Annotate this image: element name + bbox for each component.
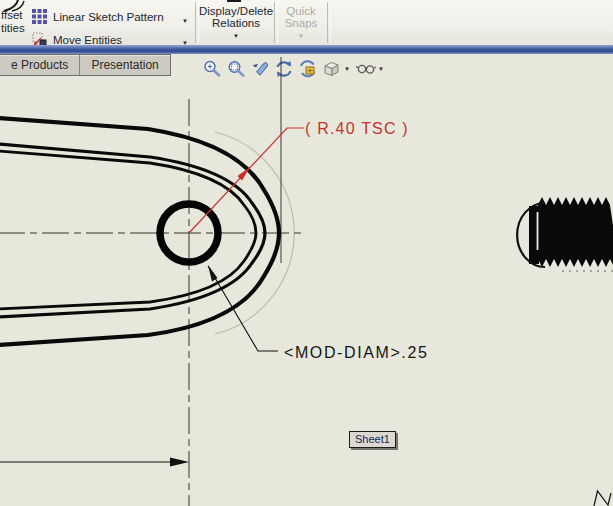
linear-sketch-pattern-button[interactable]: Linear Sketch Pattern — [32, 9, 164, 24]
display-style-icon — [354, 57, 378, 81]
slot-inner-edge[interactable] — [0, 144, 265, 317]
tab-office-products[interactable]: e Products — [0, 55, 80, 75]
display-style-button[interactable]: ▼ — [354, 57, 384, 81]
sketch-toolbar: ffset tities Linear Sketch Pattern ▼ — [0, 0, 613, 45]
diameter-dimension-text[interactable]: <MOD-DIAM>.25 — [284, 344, 428, 361]
screw-face — [529, 206, 539, 264]
display-delete-relations-icon — [227, 0, 241, 2]
radius-leader-line[interactable] — [189, 128, 304, 233]
display-style-dropdown[interactable]: ▼ — [378, 66, 384, 72]
zoom-to-area-icon[interactable] — [224, 57, 248, 81]
dimension-arrowhead — [170, 458, 189, 467]
display-delete-relations-button[interactable]: Display/Delete Relations ▼ — [198, 5, 274, 39]
construction-arc[interactable] — [215, 132, 294, 334]
move-entities-label: Move Entities — [53, 34, 122, 46]
corner-partial-entity[interactable] — [594, 491, 611, 506]
commandmanager-tabbar: e Products Presentation — [0, 54, 171, 76]
hole-circle[interactable] — [160, 204, 218, 262]
radius-dimension-text[interactable]: ( R.40 TSC ) — [305, 120, 409, 137]
toolbar-edge — [0, 45, 613, 54]
diameter-leader-line[interactable] — [208, 266, 278, 351]
tab-presentation[interactable]: Presentation — [80, 55, 169, 75]
quick-snaps-dropdown: ▼ — [276, 33, 326, 39]
slot-outer-edge[interactable] — [0, 118, 279, 345]
quick-snaps-button: Quick Snaps ▼ — [276, 5, 326, 39]
diameter-arrowhead — [208, 265, 218, 282]
linear-sketch-pattern-dropdown[interactable]: ▼ — [182, 18, 188, 24]
zoom-to-selection-icon[interactable] — [248, 57, 272, 81]
view-toolbar: ▼ ▼ — [200, 57, 388, 81]
thread-profile — [538, 197, 613, 267]
slot-inner-edge-2[interactable] — [0, 151, 256, 309]
offset-entities-label[interactable]: ffset tities — [1, 9, 25, 35]
display-delete-relations-dropdown[interactable]: ▼ — [198, 33, 274, 39]
solidworks-window: ffset tities Linear Sketch Pattern ▼ — [0, 0, 613, 506]
radius-arrowhead — [238, 167, 251, 181]
toolbar-separator — [327, 2, 331, 43]
view-orientation-button[interactable]: ▼ — [320, 57, 350, 81]
sheet-tooltip[interactable]: Sheet1 — [349, 431, 396, 448]
screw-thread[interactable] — [517, 197, 613, 271]
view-orientation-icon — [320, 57, 344, 81]
rotate-view-icon[interactable] — [272, 57, 296, 81]
view-orientation-dropdown[interactable]: ▼ — [344, 66, 350, 72]
3d-drawing-view-icon[interactable] — [296, 57, 320, 81]
linear-sketch-pattern-label: Linear Sketch Pattern — [53, 11, 164, 23]
screw-dome-edge — [517, 203, 545, 267]
zoom-in-out-icon[interactable] — [200, 57, 224, 81]
linear-sketch-pattern-icon — [32, 9, 47, 24]
